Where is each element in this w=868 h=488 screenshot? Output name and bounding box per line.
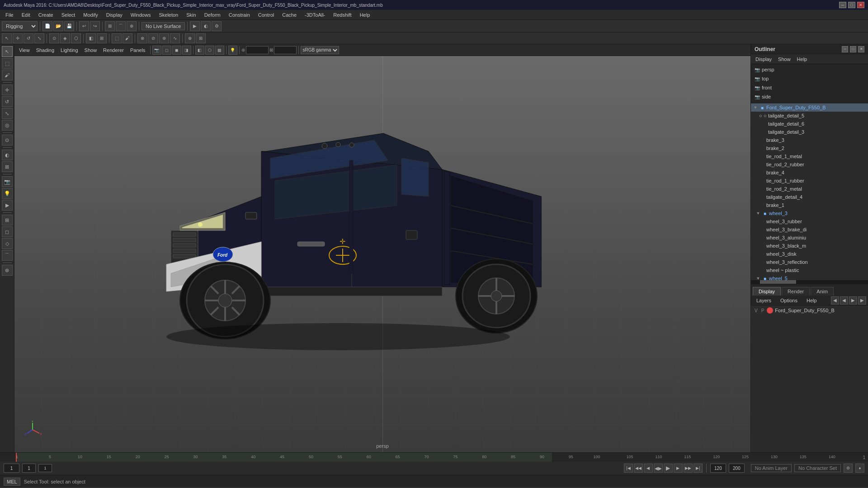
poly-btn[interactable]: ⬡ (71, 33, 81, 43)
joint-btn[interactable]: ⊗ (137, 33, 147, 43)
vp-menu-renderer[interactable]: Renderer (100, 47, 127, 54)
tree-item-tie1m[interactable]: tie_rod_1_metal (751, 152, 868, 160)
camera-side[interactable]: 📷 side (753, 92, 866, 101)
vp-shade1-btn[interactable]: ◧ (195, 46, 204, 55)
vp-disp2-btn[interactable]: ◼ (172, 46, 181, 55)
window-controls[interactable]: ─ □ ✕ (839, 2, 864, 8)
save-btn[interactable]: 💾 (64, 21, 74, 31)
tab-display[interactable]: Display (753, 287, 781, 296)
mode-dropdown[interactable]: Rigging Animation Modeling (2, 21, 38, 31)
render-settings-btn[interactable]: ⚙ (212, 21, 222, 31)
ik-btn[interactable]: ⊘ (148, 33, 158, 43)
layer-p-indicator[interactable]: P (760, 308, 765, 313)
snap-point-btn[interactable]: ⊕ (127, 21, 137, 31)
universal-manip-l[interactable]: ◎ (2, 120, 13, 131)
snap-curve-btn[interactable]: ⌒ (116, 21, 126, 31)
menu-edit[interactable]: Edit (18, 11, 34, 19)
tree-item-brake4[interactable]: brake_4 (751, 169, 868, 177)
tab-anim[interactable]: Anim (811, 287, 834, 296)
rotate-tool-l[interactable]: ↺ (2, 96, 13, 107)
step-fwd-btn[interactable]: ▶▶ (684, 464, 693, 473)
layer-nav-prev2[interactable]: ◀ (840, 296, 848, 305)
snap-curve-l[interactable]: ⌒ (2, 250, 13, 261)
tree-item-tailgate4[interactable]: tailgate_detail_4 (751, 193, 868, 201)
layer-entry-main[interactable]: V P Ford_Super_Duty_F550_B (751, 305, 868, 315)
outliner-scroll-thumb[interactable] (760, 280, 796, 284)
camera-top[interactable]: 📷 top (753, 74, 866, 83)
open-btn[interactable]: 📂 (53, 21, 63, 31)
vp-field1[interactable]: 0.00 (246, 46, 269, 54)
paint-btn[interactable]: 🖌 (123, 33, 132, 43)
menu-select[interactable]: Select (58, 11, 79, 19)
play-fwd-btn[interactable]: ▶ (664, 464, 673, 473)
tree-item-w3plastic[interactable]: wheel ~ plastic (751, 266, 868, 274)
quick-sel-l[interactable]: ⊛ (2, 265, 13, 276)
minimize-button[interactable]: ─ (839, 2, 846, 8)
tree-item-root[interactable]: ▼ ■ Ford_Super_Duty_F550_B (751, 103, 868, 112)
tree-item-wheel5[interactable]: ▼ ■ wheel_5 (751, 274, 868, 280)
scale-tool-btn[interactable]: ⤡ (34, 33, 44, 43)
range-end-field[interactable] (710, 464, 726, 473)
menu-constrain[interactable]: Constrain (225, 11, 254, 19)
skip-to-start-btn[interactable]: |◀ (624, 464, 633, 473)
paint-sel-tool[interactable]: 🖌 (2, 70, 13, 80)
render-btn[interactable]: ▶ (190, 21, 200, 31)
cluster-btn[interactable]: ⊛ (159, 33, 169, 43)
scale-tool-l[interactable]: ⤡ (2, 108, 13, 119)
char-set-selector[interactable]: No Character Set (794, 464, 841, 472)
tree-item-tie2r[interactable]: tie_rod_2_rubber (751, 160, 868, 169)
component-btn[interactable]: ◈ (60, 33, 70, 43)
redo-btn[interactable]: ↪ (90, 21, 100, 31)
viewport-canvas[interactable]: X Y Z (14, 56, 750, 452)
tree-item-w3brake[interactable]: wheel_3_brake_di (751, 225, 868, 234)
lasso-btn[interactable]: ⬚ (112, 33, 122, 43)
tree-item-brake2[interactable]: brake_2 (751, 144, 868, 152)
tree-item-w3alum[interactable]: wheel_3_aluminiu (751, 234, 868, 242)
layer-nav-prev[interactable]: ◀ (831, 296, 839, 305)
tree-item-tie1r[interactable]: tie_rod_1_rubber (751, 177, 868, 185)
menu-skeleton[interactable]: Skeleton (155, 11, 182, 19)
snap-live-btn[interactable]: ⊞ (196, 33, 206, 43)
vp-menu-shading[interactable]: Shading (33, 47, 57, 54)
tree-item-tailgate5[interactable]: ○ ○ tailgate_detail_5 (751, 112, 868, 120)
tree-item-tie2m[interactable]: tie_rod_2_metal (751, 185, 868, 193)
snap-edge-l[interactable]: ◻ (2, 226, 13, 237)
frame-back-btn[interactable]: ◀ (644, 464, 653, 473)
play-back-btn[interactable]: ◀▶ (654, 464, 663, 473)
close-button[interactable]: ✕ (857, 2, 864, 8)
menu-help[interactable]: Help (356, 11, 374, 19)
tree-item-w3refl[interactable]: wheel_3_reflection (751, 258, 868, 266)
tree-item-w3disk[interactable]: wheel_3_disk (751, 250, 868, 258)
menu-redshift[interactable]: Redshift (330, 11, 355, 19)
move-tool-btn[interactable]: ✛ (13, 33, 23, 43)
menu-create[interactable]: Create (35, 11, 57, 19)
tree-item-w3black[interactable]: wheel_3_black_m (751, 242, 868, 250)
vp-shade2-btn[interactable]: ⬡ (205, 46, 214, 55)
rotate-tool-btn[interactable]: ↺ (24, 33, 33, 43)
camera-persp[interactable]: 📷 persp (753, 65, 866, 74)
wire-btn[interactable]: ⊞ (97, 33, 107, 43)
render-l[interactable]: ▶ (2, 200, 13, 211)
menu-control[interactable]: Control (255, 11, 278, 19)
vp-shade3-btn[interactable]: ▦ (215, 46, 224, 55)
undo-btn[interactable]: ↩ (79, 21, 89, 31)
timeline-ruler[interactable]: 1 5 10 15 20 25 30 35 40 45 50 55 60 65 … (0, 453, 868, 462)
camera-l[interactable]: 📷 (2, 176, 13, 187)
move-tool-l[interactable]: ✛ (2, 84, 13, 95)
select-tool[interactable]: ↖ (2, 46, 13, 57)
menu-help-layer[interactable]: Help (803, 297, 821, 304)
tree-item-tailgate6[interactable]: tailgate_detail_6 (751, 120, 868, 128)
gamma-select[interactable]: sRGB gamma Linear (301, 46, 339, 54)
soft-select-btn[interactable]: ⊙ (49, 33, 59, 43)
vp-lighting-btn[interactable]: 💡 (228, 46, 237, 55)
menu-file[interactable]: File (2, 11, 17, 19)
tree-item-brake3[interactable]: brake_3 (751, 136, 868, 144)
range-start-field[interactable] (22, 464, 36, 473)
camera-front[interactable]: 📷 front (753, 83, 866, 92)
snap-vert-l[interactable]: ◇ (2, 238, 13, 249)
skip-to-end-btn[interactable]: ▶| (693, 464, 703, 473)
tree-item-brake1[interactable]: brake_1 (751, 201, 868, 209)
menu-skin[interactable]: Skin (183, 11, 199, 19)
tab-render[interactable]: Render (782, 287, 810, 296)
step-back-btn[interactable]: ◀◀ (634, 464, 643, 473)
